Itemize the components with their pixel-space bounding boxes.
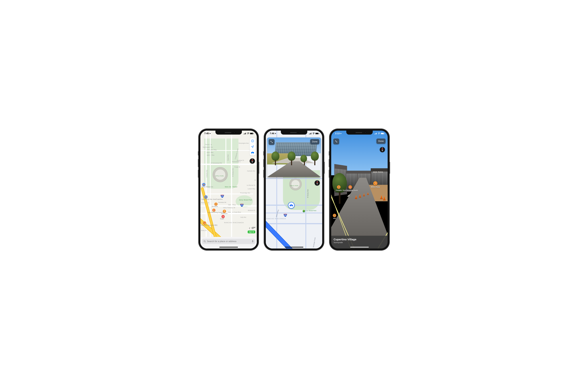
label-district: RANCHO RINCONADA (266, 218, 286, 220)
svg-point-2 (252, 140, 253, 140)
wifi-icon (247, 133, 249, 134)
svg-rect-8 (252, 240, 253, 241)
location-caption[interactable]: Cupertino Village Sunnyvale (331, 236, 388, 249)
label-perimeter: Perimeter Rd (218, 202, 226, 203)
freeway-shield-1: 280 (221, 195, 223, 197)
collapse-icon (335, 140, 338, 143)
notch (281, 131, 307, 135)
notch (216, 131, 242, 135)
label-parrot: Parrot Ave (205, 144, 212, 145)
aqi-badge[interactable]: AQI 43 (248, 231, 255, 233)
compass-button[interactable]: N (250, 158, 255, 164)
location-services-icon: ➤ (275, 132, 276, 134)
label-amherst: Amherst Dr (248, 210, 255, 211)
notch (346, 131, 373, 135)
cellular-icon (309, 133, 311, 134)
poi-hyatt[interactable]: 🏨 (204, 195, 207, 199)
label-nightingale: Nightingale Ave (203, 146, 213, 148)
label-forge: Forge Dr (234, 166, 240, 168)
map-controls (250, 138, 255, 156)
status-time: 2:13 (335, 132, 340, 135)
freeway-shield-2: 280 (241, 204, 243, 206)
svg-rect-12 (291, 204, 292, 205)
status-time: 7:46 (270, 132, 274, 135)
collapse-button[interactable] (333, 139, 339, 144)
done-button[interactable]: Done (376, 139, 386, 144)
label-lomeli: Lomeli Way (248, 188, 255, 190)
label-apple-park: APPLE PARK (290, 185, 298, 186)
poi-target[interactable]: ◎ (221, 215, 225, 218)
location-services-icon: ➤ (209, 132, 211, 134)
dictation-icon[interactable] (252, 240, 254, 243)
label-laherran: La Herran Dr (247, 185, 255, 186)
road-vallco (200, 205, 257, 206)
poi-hilton[interactable]: 🏨 (202, 183, 205, 186)
done-button[interactable]: Done (310, 139, 319, 144)
label-stevens: Stevens Creek Blvd (228, 211, 241, 213)
battery-icon (381, 133, 384, 134)
location-services-icon: ➤ (340, 132, 342, 134)
wifi-icon (312, 133, 315, 134)
home-indicator[interactable] (285, 247, 303, 248)
search-field[interactable] (202, 239, 255, 244)
phone-frame-3: 2:13 ➤ MOD PIZZA (329, 129, 389, 250)
compass-button[interactable]: N (315, 180, 320, 186)
label-district: RANCHO RINCONADA (224, 222, 244, 223)
look-around-marker[interactable] (288, 202, 294, 209)
search-input[interactable] (207, 240, 251, 243)
temperature: 57° (252, 227, 255, 230)
poi-kura[interactable]: 🍣 (212, 209, 216, 212)
caption-title: Cupertino Village (334, 238, 385, 241)
svg-point-6 (204, 240, 205, 242)
locate-button[interactable] (250, 144, 255, 150)
info-button[interactable] (250, 138, 255, 144)
look-around-button[interactable] (250, 150, 255, 156)
ar-poi-mod-pizza[interactable]: 🍕MOD Pizza (371, 181, 380, 188)
expand-icon (270, 141, 273, 143)
svg-rect-5 (252, 152, 253, 153)
poi-benihana[interactable]: 🍴 (214, 203, 217, 206)
apple-park-ring (290, 178, 301, 190)
screen-look-around-split: 7:46 ➤ APPLE PARK 🌳 Jenny Strand Park N (266, 131, 322, 249)
label-judy: Judy Ave (240, 217, 246, 218)
look-around-scene[interactable]: MOD PIZZA 🍴Complex 🍣Kura Revolving Sushi (331, 131, 388, 249)
road-homestead (200, 164, 257, 165)
expand-button[interactable] (269, 139, 275, 145)
poi-somi[interactable]: 🍦 (223, 210, 226, 213)
label-quail: Quail Ave (227, 154, 229, 160)
home-indicator[interactable] (219, 247, 238, 248)
label-saratoga: Saratoga Creek (312, 237, 316, 248)
wifi-icon (378, 133, 380, 134)
label-pruneridge: Pruneridge Ave (240, 192, 250, 194)
label-vallco2: Vallco Parkway 2A (223, 207, 235, 208)
label-carlysle: Carlysle Ave (247, 170, 255, 172)
label-jenny-strand: Jenny Strand Park (239, 199, 252, 201)
ar-poi-ukai[interactable]: 🍴ukai (333, 214, 336, 219)
cellular-icon (244, 133, 246, 134)
label-kintyre: Kintyre Way (206, 152, 214, 153)
status-time: 7:45 (204, 132, 209, 135)
label-apple-park: APPLE PARK (215, 175, 224, 177)
label-mockingbird: Mockingbird Way (206, 149, 217, 151)
store-sign-mod: MOD PIZZA (373, 171, 383, 173)
battery-icon (250, 133, 253, 134)
battery-icon (315, 133, 319, 134)
home-indicator[interactable] (350, 247, 369, 248)
label-kensington: Kensington Ave (239, 142, 249, 144)
cellular-icon (374, 133, 377, 134)
moon-icon: ☾ (249, 227, 251, 230)
poi-jenny-strand[interactable]: 🌳 (303, 210, 305, 212)
screen-maps-browse: 7:45 ➤ APPLE PARK Steve Jobs Theater Per… (200, 131, 257, 249)
compass-button[interactable]: N (380, 147, 385, 152)
label-bixby: Bixby Dr (201, 230, 207, 231)
ar-poi-complex[interactable]: 🍴Complex (336, 185, 342, 191)
poi-gyu[interactable]: 🍖 (203, 221, 206, 224)
ar-poi-kura[interactable]: 🍣Kura Revolving Sushi (343, 185, 358, 191)
caption-subtitle: Sunnyvale (334, 241, 385, 243)
weather-widget[interactable]: ☾57° AQI 43 (248, 227, 255, 233)
search-icon (203, 240, 206, 243)
screen-look-around-full: 2:13 ➤ MOD PIZZA (331, 131, 388, 249)
freeway-shield: 280 (284, 214, 287, 216)
label-tantau: N Tantau Ave (307, 189, 309, 198)
label-homestead1: Homestead 1 (232, 161, 241, 162)
